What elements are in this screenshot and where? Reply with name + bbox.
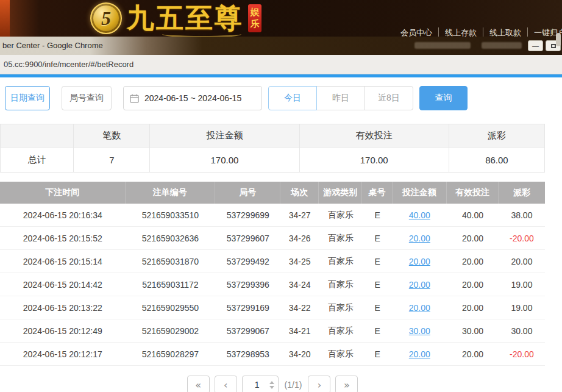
prev-page-button[interactable]: ‹ [215, 376, 237, 392]
payout-cell: 38.00 [499, 204, 545, 226]
slip-no-cell: 521659032636 [126, 227, 216, 249]
nav-item-deposit[interactable]: 线上存款 [438, 27, 483, 37]
nav-item-member-center[interactable]: 会员中心 [394, 27, 438, 37]
header-table-no: 桌号 [362, 182, 392, 204]
restore-icon [551, 44, 556, 48]
header-bet-amount: 投注金额 [393, 182, 447, 204]
game-type-cell: 百家乐 [319, 296, 363, 319]
table-row: 2024-06-15 20:15:52 521659032636 5372996… [0, 227, 545, 250]
scrollbar-thumb[interactable] [556, 33, 561, 46]
next-page-button[interactable]: › [308, 376, 330, 392]
table-row: 2024-06-15 20:15:14 521659031870 5372994… [0, 250, 545, 273]
payout-cell: -20.00 [499, 343, 545, 365]
round-no-cell: 537299396 [215, 273, 280, 296]
search-button[interactable]: 查询 [419, 86, 468, 110]
round-no-cell: 537299492 [215, 250, 280, 273]
browser-addressbar[interactable]: 05.cc:9900/infe/mcenter/#/betRecord [0, 55, 562, 74]
payout-cell: 19.00 [499, 296, 545, 319]
table-no-cell: E [362, 296, 392, 319]
quick-date-group: 今日 昨日 近8日 [268, 86, 413, 110]
header-valid-bet: 有效投注 [447, 182, 499, 204]
table-no-cell: E [362, 319, 392, 342]
bet-amount-link[interactable]: 30.00 [409, 326, 430, 336]
summary-total-label: 总计 [1, 148, 74, 172]
bet-record-table: 下注时间 注单编号 局号 场次 游戏类别 桌号 投注金额 有效投注 派彩 202… [0, 182, 545, 366]
site-logo: 5 九五至尊 娱乐 [90, 2, 261, 35]
slip-no-cell: 521659029550 [126, 296, 216, 319]
bet-amount-link[interactable]: 20.00 [409, 257, 430, 266]
bet-time-cell: 2024-06-15 20:14:42 [0, 273, 126, 296]
window-titlebar: ber Center - Google Chrome — [0, 37, 562, 55]
round-no-cell: 537298953 [215, 343, 280, 365]
header-bet-time: 下注时间 [0, 182, 126, 204]
table-row: 2024-06-15 20:14:42 521659031172 5372993… [0, 273, 545, 296]
site-nav: 会员中心 线上存款 线上取款 一键归户 [394, 27, 562, 37]
spinner-up-icon[interactable] [269, 381, 274, 384]
background-window-artifact [482, 42, 522, 49]
page-info: (1/1) [283, 380, 304, 390]
table-row: 2024-06-15 20:12:49 521659029002 5372990… [0, 319, 545, 343]
last-8-days-button[interactable]: 近8日 [365, 86, 413, 110]
summary-valid-bet-value: 170.00 [300, 148, 449, 172]
logo-flourish-decoration [162, 30, 241, 37]
header-payout: 派彩 [499, 182, 545, 204]
header-game-type: 游戏类别 [319, 182, 363, 204]
page-spinner[interactable] [269, 381, 274, 389]
game-type-cell: 百家乐 [319, 250, 363, 273]
date-range-picker[interactable]: 2024-06-15 ~ 2024-06-15 [123, 86, 262, 110]
calendar-icon [130, 94, 139, 103]
game-type-cell: 百家乐 [319, 273, 363, 296]
date-query-tab[interactable]: 日期查询 [5, 86, 50, 110]
table-row: 2024-06-15 20:16:34 521659033510 5372996… [0, 204, 545, 227]
session-cell: 34-26 [280, 227, 319, 249]
background-window-artifact [414, 42, 471, 49]
last-page-button[interactable]: » [335, 376, 358, 392]
bet-amount-link[interactable]: 20.00 [409, 233, 430, 243]
bet-amount-link[interactable]: 20.00 [409, 280, 430, 290]
table-no-cell: E [362, 204, 392, 226]
bet-amount-link[interactable]: 20.00 [409, 303, 430, 313]
nav-item-withdraw[interactable]: 线上取款 [483, 27, 527, 37]
header-session: 场次 [280, 182, 319, 204]
bet-record-page: 日期查询 局号查询 2024-06-15 ~ 2024-06-15 今日 昨日 … [0, 77, 562, 392]
round-no-cell: 537299067 [215, 319, 280, 342]
session-cell: 34-25 [280, 250, 319, 273]
bet-time-cell: 2024-06-15 20:13:22 [0, 296, 126, 319]
header-slip-no: 注单编号 [126, 182, 216, 204]
round-no-cell: 537299169 [215, 296, 280, 319]
valid-bet-cell: 20.00 [447, 250, 499, 273]
valid-bet-cell: 20.00 [447, 227, 499, 249]
round-query-tab[interactable]: 局号查询 [62, 86, 112, 110]
summary-total-row: 总计 7 170.00 170.00 86.00 [1, 148, 544, 172]
header-round-no: 局号 [215, 182, 280, 204]
bet-time-cell: 2024-06-15 20:15:52 [0, 227, 126, 249]
bet-amount-link[interactable]: 40.00 [409, 210, 430, 220]
site-header: 5 九五至尊 娱乐 会员中心 线上存款 线上取款 一键归户 [0, 0, 562, 37]
session-cell: 34-21 [280, 319, 319, 342]
url-text: 05.cc:9900/infe/mcenter/#/betRecord [4, 60, 133, 69]
summary-table: 笔数 投注金额 有效投注 派彩 总计 7 170.00 170.00 86.00 [0, 124, 545, 173]
minimize-button[interactable]: — [528, 40, 543, 51]
page-number-input[interactable] [246, 380, 268, 390]
yesterday-button[interactable]: 昨日 [316, 86, 365, 110]
session-cell: 34-20 [280, 343, 319, 365]
table-row: 2024-06-15 20:13:22 521659029550 5372991… [0, 296, 545, 319]
table-no-cell: E [362, 343, 392, 365]
slip-no-cell: 521659033510 [126, 204, 216, 226]
first-page-button[interactable]: « [187, 376, 210, 392]
summary-header-count: 笔数 [74, 124, 150, 147]
round-no-cell: 537299699 [215, 204, 280, 226]
summary-bet-amount-value: 170.00 [150, 148, 299, 172]
slip-no-cell: 521659031870 [126, 250, 216, 273]
summary-corner-cell [1, 124, 74, 147]
valid-bet-cell: 40.00 [447, 204, 499, 226]
spinner-down-icon[interactable] [269, 386, 274, 389]
table-no-cell: E [362, 273, 392, 296]
bet-amount-link[interactable]: 20.00 [409, 349, 430, 359]
logo-coin-number: 5 [101, 7, 111, 30]
logo-badge: 娱乐 [248, 4, 261, 32]
summary-count-value: 7 [74, 148, 150, 172]
valid-bet-cell: 20.00 [447, 343, 499, 365]
minimize-icon: — [532, 42, 539, 49]
today-button[interactable]: 今日 [268, 86, 317, 110]
